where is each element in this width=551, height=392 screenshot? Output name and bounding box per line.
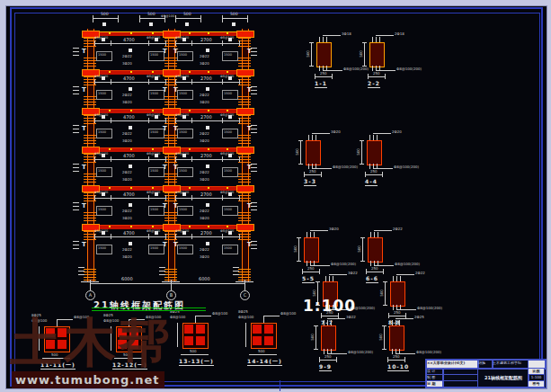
column-dim-text: 1500 bbox=[98, 169, 106, 173]
bottom-bar-tag: 3Φ20 bbox=[200, 62, 209, 66]
side-tick bbox=[73, 202, 79, 203]
dim-tick bbox=[332, 74, 333, 79]
leader-stem bbox=[329, 276, 330, 281]
stirrup-tick bbox=[164, 58, 177, 58]
beam-rebar-dot bbox=[152, 148, 154, 150]
section-cut-mark bbox=[182, 38, 186, 41]
height-dim-text: 500 bbox=[311, 334, 315, 341]
leader-stem bbox=[331, 320, 332, 325]
bottom-dim-text: 6000 bbox=[121, 277, 133, 281]
height-dim-line bbox=[245, 323, 246, 347]
dim-tick bbox=[319, 357, 320, 362]
bottom-bar-tag: 3Φ20 bbox=[200, 217, 209, 220]
height-dim-line bbox=[364, 42, 365, 66]
leader-stem bbox=[314, 232, 315, 237]
frame-column-1 bbox=[87, 29, 94, 281]
bottom-bar-tag: 3Φ20 bbox=[122, 217, 132, 220]
bay-dim-tick bbox=[175, 40, 176, 46]
column-dim-text: 1500 bbox=[98, 92, 106, 95]
bay-dim-tick bbox=[165, 234, 166, 239]
stirrup-tick bbox=[84, 102, 96, 102]
width-dim-line bbox=[368, 76, 385, 77]
beam-rebar-dot bbox=[130, 226, 132, 227]
side-tick bbox=[251, 48, 257, 49]
stirrup-tick bbox=[238, 212, 251, 213]
stirrup-tick bbox=[164, 138, 177, 138]
bottom-bar-tag: 3Φ20 bbox=[200, 101, 209, 104]
side-tick bbox=[251, 202, 257, 203]
side-tick bbox=[251, 245, 257, 245]
section-cut-mark bbox=[206, 49, 209, 52]
side-tick bbox=[73, 90, 79, 91]
stirrup-tick bbox=[238, 215, 251, 216]
column-base-stirrups bbox=[84, 274, 96, 275]
column-dim-text: 1500 bbox=[224, 53, 232, 57]
rebar-mark bbox=[232, 22, 236, 26]
width-dim-text: 250 bbox=[394, 311, 401, 315]
bay-dim-tick bbox=[148, 195, 149, 200]
width-dim-text: 250 bbox=[324, 355, 332, 359]
leader-line bbox=[373, 133, 391, 134]
bay-dim-tick bbox=[239, 40, 240, 46]
beam-rebar-dot bbox=[109, 32, 111, 34]
beam-rebar-dot bbox=[227, 71, 228, 73]
width-dim-line bbox=[365, 174, 382, 175]
bay-dim-text: 4700 bbox=[123, 38, 135, 42]
stirrup-tick bbox=[238, 218, 251, 218]
column-section-bar-zone bbox=[264, 336, 273, 345]
column-dim-text: 1500 bbox=[179, 169, 187, 173]
section-cut-mark bbox=[155, 115, 158, 119]
column-section-bar-zone bbox=[196, 336, 205, 345]
stirrup-tick bbox=[84, 135, 96, 136]
stirrup-tick bbox=[164, 239, 177, 240]
leader-stem bbox=[377, 135, 378, 140]
tee-marker: T bbox=[82, 243, 86, 247]
tee-marker: T bbox=[163, 88, 167, 93]
side-tick bbox=[251, 86, 257, 87]
cad-canvas[interactable]: 500500500500Φ8@1004700Φ8@100Φ8@1002Φ223Φ… bbox=[5, 5, 547, 389]
tee-marker: T bbox=[163, 243, 167, 247]
stirrup-tick bbox=[238, 195, 251, 196]
stirrup-tick bbox=[164, 143, 177, 144]
stirrup-tick bbox=[84, 66, 96, 67]
side-tick bbox=[73, 241, 79, 242]
column-dim-text: 1500 bbox=[98, 130, 106, 134]
bay-dim-tick bbox=[148, 79, 149, 85]
width-dim-text: 500 bbox=[190, 350, 197, 353]
beam-section-label: 5-5 bbox=[302, 275, 315, 283]
top-dim-tick bbox=[200, 15, 201, 22]
column-dim-text: 1500 bbox=[98, 53, 106, 57]
width-dim-line bbox=[302, 272, 319, 272]
beam-rebar-dot bbox=[189, 148, 191, 150]
axis-bubble: C bbox=[240, 290, 250, 300]
beam-section-label: 6-6 bbox=[366, 275, 378, 283]
beam-rebar-dot bbox=[152, 226, 154, 227]
column-base-stirrups bbox=[238, 277, 251, 278]
stirrup-tick bbox=[84, 212, 96, 213]
tee-marker: T bbox=[163, 49, 167, 54]
bay-dim-tick bbox=[175, 79, 176, 85]
dim-tick bbox=[309, 42, 314, 43]
height-dim-line bbox=[361, 140, 362, 164]
height-dim-text: 500 bbox=[296, 148, 299, 156]
stirrup-tick bbox=[238, 174, 251, 174]
width-dim-line bbox=[387, 360, 404, 361]
leader-line bbox=[323, 35, 341, 36]
side-tick bbox=[73, 167, 79, 168]
width-dim-text: 250 bbox=[320, 72, 327, 76]
stirrup-tick bbox=[238, 60, 251, 61]
stirrup-tick bbox=[84, 46, 96, 47]
side-tick bbox=[73, 245, 79, 245]
bay-dim-tick bbox=[222, 234, 223, 239]
dim-tick bbox=[404, 357, 405, 362]
leader-line bbox=[327, 318, 345, 319]
stirrup-note: Φ8@100 bbox=[170, 316, 185, 319]
leader-stem bbox=[372, 37, 373, 42]
column-section-bar-zone bbox=[196, 325, 205, 334]
dim-tick bbox=[385, 74, 386, 79]
side-tick bbox=[73, 248, 79, 249]
section-cut-mark bbox=[228, 154, 232, 157]
stirrup-tick bbox=[84, 60, 96, 61]
width-dim-line bbox=[366, 272, 383, 272]
title-underline-1 bbox=[92, 307, 206, 308]
